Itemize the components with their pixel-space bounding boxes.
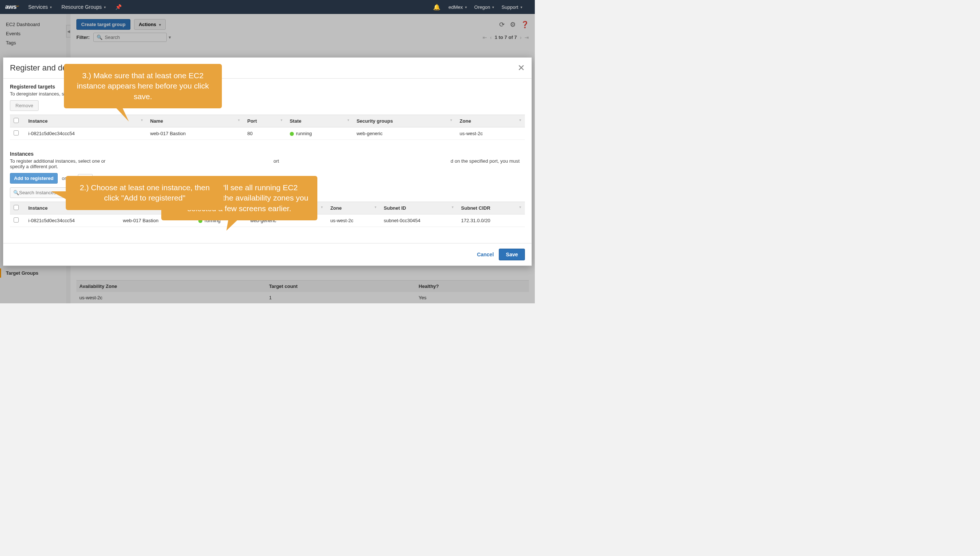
row-checkbox[interactable] bbox=[14, 217, 19, 223]
top-nav: aws⌣ Services▾ Resource Groups▾ 📌 🔔 edMe… bbox=[0, 0, 535, 14]
col-zone[interactable]: Zone▾ bbox=[327, 202, 380, 215]
save-button[interactable]: Save bbox=[499, 249, 525, 260]
bell-icon[interactable]: 🔔 bbox=[433, 4, 440, 11]
remove-button[interactable]: Remove bbox=[10, 100, 39, 111]
registered-targets-table: Instance▾ Name▾ Port▾ State▾ Security gr… bbox=[10, 115, 525, 140]
cancel-button[interactable]: Cancel bbox=[477, 252, 494, 257]
instances-heading: Instances bbox=[10, 151, 525, 157]
annotation-callout-3: 3.) Make sure that at least one EC2 inst… bbox=[64, 64, 222, 108]
register-targets-modal: Register and deregister targets ✕ 3.) Ma… bbox=[3, 57, 532, 266]
col-security-groups[interactable]: Security groups▾ bbox=[353, 115, 456, 128]
annotation-callout-2: 2.) Choose at least one instance, then c… bbox=[66, 176, 224, 210]
add-to-registered-button[interactable]: Add to registered bbox=[10, 173, 58, 184]
aws-logo[interactable]: aws⌣ bbox=[5, 3, 19, 11]
select-all-checkbox[interactable] bbox=[14, 205, 19, 210]
nav-user[interactable]: edMex▾ bbox=[448, 5, 467, 10]
instances-sub: To register additional instances, select… bbox=[10, 158, 525, 169]
nav-region[interactable]: Oregon▾ bbox=[474, 5, 494, 10]
row-checkbox[interactable] bbox=[14, 130, 19, 136]
col-zone[interactable]: Zone▾ bbox=[456, 115, 525, 128]
table-row[interactable]: i-0821c5d0ec34ccc54 web-017 Bastion 80 r… bbox=[10, 128, 525, 140]
state-running-icon bbox=[290, 132, 294, 136]
nav-services[interactable]: Services▾ bbox=[28, 4, 52, 10]
nav-support[interactable]: Support▾ bbox=[501, 5, 522, 10]
col-subnet-id[interactable]: Subnet ID▾ bbox=[380, 202, 458, 215]
close-icon[interactable]: ✕ bbox=[517, 63, 525, 73]
chevron-down-icon: ▾ bbox=[104, 5, 106, 9]
col-subnet-cidr[interactable]: Subnet CIDR▾ bbox=[457, 202, 525, 215]
col-state[interactable]: State▾ bbox=[286, 115, 353, 128]
search-icon: 🔍 bbox=[13, 190, 19, 196]
nav-resource-groups[interactable]: Resource Groups▾ bbox=[61, 4, 106, 10]
pin-icon[interactable]: 📌 bbox=[115, 4, 121, 10]
col-name[interactable]: Name▾ bbox=[147, 115, 244, 128]
chevron-down-icon: ▾ bbox=[50, 5, 52, 9]
col-port[interactable]: Port▾ bbox=[244, 115, 286, 128]
select-all-checkbox[interactable] bbox=[14, 118, 19, 123]
